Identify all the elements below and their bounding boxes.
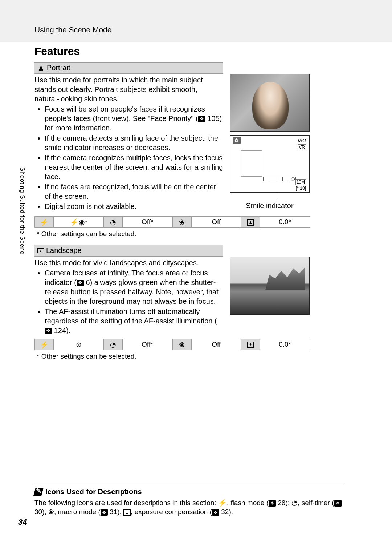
lcd-mode-icon [233, 137, 241, 144]
ref-number: 105 [207, 114, 219, 122]
lcd-vr-indicator: VR [298, 144, 306, 150]
portrait-bullet-list: Focus will be set on people's faces if i… [45, 104, 223, 211]
timer-header [104, 217, 123, 227]
lcd-preview: ISO VR 10M [° 18] [230, 135, 310, 193]
smile-indicator-bar [263, 177, 296, 181]
macro-icon [179, 218, 185, 226]
icons-note-body: The following icons are used for descrip… [34, 498, 343, 517]
macro-value: Off [191, 339, 241, 350]
landscape-bullet-list: Camera focuses at infinity. The focus ar… [45, 268, 223, 335]
portrait-text: Use this mode for portraits in which the… [34, 74, 223, 211]
macro-value: Off [191, 217, 241, 227]
flash-value: ⚡◉* [54, 217, 104, 227]
macro-icon [179, 341, 185, 348]
list-item: Camera focuses at infinity. The focus ar… [45, 268, 223, 306]
portrait-settings-table: ⚡◉* Off* Off 0.0* [34, 216, 310, 228]
reference-icon: ❖ [198, 116, 205, 122]
exposure-compensation-icon [247, 219, 254, 226]
landscape-settings-table: ⊘ Off* Off 0.0* [34, 339, 310, 350]
exposure-value: 0.0* [260, 339, 310, 350]
exposure-value: 0.0* [260, 217, 310, 227]
macro-header [172, 339, 191, 350]
lcd-remaining: [° 18] [296, 186, 306, 191]
macro-icon [48, 508, 54, 516]
smile-face-icon [291, 177, 295, 181]
portrait-intro: Use this mode for portraits in which the… [34, 75, 223, 104]
lcd-quality-badge: 10M [295, 179, 306, 185]
side-tab-label: Shooting Suited for the Scene [19, 167, 26, 254]
landscape-mode-label: Landscape [46, 246, 82, 255]
flash-icon [40, 341, 49, 348]
reference-icon: ❖ [77, 280, 84, 286]
list-item: If the camera detects a smiling face of … [45, 133, 223, 152]
ref-number: 124 [54, 326, 66, 334]
content-area: Portrait Use this mode for portraits in … [34, 62, 354, 360]
exposure-compensation-icon [123, 509, 131, 516]
list-item: If no faces are recognized, focus will b… [45, 182, 223, 201]
portrait-footnote: * Other settings can be selected. [37, 230, 354, 238]
header-band: Using the Scene Mode [0, 0, 392, 42]
self-timer-icon [291, 499, 298, 507]
timer-header [103, 339, 122, 350]
portrait-mode-header: Portrait [34, 62, 223, 74]
landscape-block: Use this mode for vivid landscapes and c… [34, 257, 354, 335]
flash-header [35, 339, 54, 350]
landscape-images [230, 257, 310, 335]
landscape-sample-photo [230, 257, 310, 315]
landscape-intro: Use this mode for vivid landscapes and c… [34, 258, 223, 267]
smile-pointer-line [278, 192, 278, 199]
reference-icon: ❖ [212, 509, 219, 516]
landscape-mode-header: Landscape [34, 245, 223, 257]
landscape-icon [37, 248, 44, 253]
flash-value: ⊘ [54, 339, 104, 350]
reference-icon: ❖ [334, 500, 342, 507]
exposure-header [241, 217, 260, 227]
list-item: Digital zoom is not available. [45, 202, 223, 211]
exposure-header [241, 339, 260, 350]
ref-number: 6 [86, 278, 90, 286]
section-header: Using the Scene Mode [34, 25, 111, 34]
icons-note-box: Icons Used for Descriptions The followin… [34, 485, 343, 517]
exposure-compensation-icon [247, 342, 254, 348]
note-pencil-icon [33, 488, 44, 496]
flash-header [35, 217, 54, 227]
flash-icon [218, 499, 227, 507]
lcd-focus-box [241, 150, 262, 177]
lcd-iso-indicator: ISO [298, 138, 306, 143]
icons-note-header: Icons Used for Descriptions [34, 485, 343, 496]
self-timer-icon [110, 341, 116, 348]
timer-value: Off* [122, 339, 172, 350]
list-item: The AF-assist illumination turns off aut… [45, 307, 223, 335]
portrait-sample-photo [230, 74, 310, 132]
icons-note-title: Icons Used for Descriptions [45, 488, 142, 496]
portrait-mode-label: Portrait [47, 64, 70, 72]
portrait-images: ISO VR 10M [° 18] Smile indicator [230, 74, 310, 211]
portrait-icon [37, 64, 45, 72]
reference-icon: ❖ [101, 509, 108, 516]
list-item: If the camera recognizes multiple faces,… [45, 153, 223, 181]
page-number: 34 [18, 517, 27, 527]
reference-icon: ❖ [269, 500, 276, 507]
macro-header [172, 217, 191, 227]
page-title: Features [34, 45, 80, 57]
portrait-block: Use this mode for portraits in which the… [34, 74, 354, 211]
landscape-text: Use this mode for vivid landscapes and c… [34, 257, 223, 335]
smile-indicator-label: Smile indicator [230, 202, 310, 210]
flash-icon [40, 218, 49, 226]
self-timer-icon [110, 218, 116, 226]
list-item: Focus will be set on people's faces if i… [45, 104, 223, 133]
timer-value: Off* [122, 217, 172, 227]
landscape-footnote: * Other settings can be selected. [37, 352, 354, 360]
reference-icon: ❖ [45, 328, 52, 334]
